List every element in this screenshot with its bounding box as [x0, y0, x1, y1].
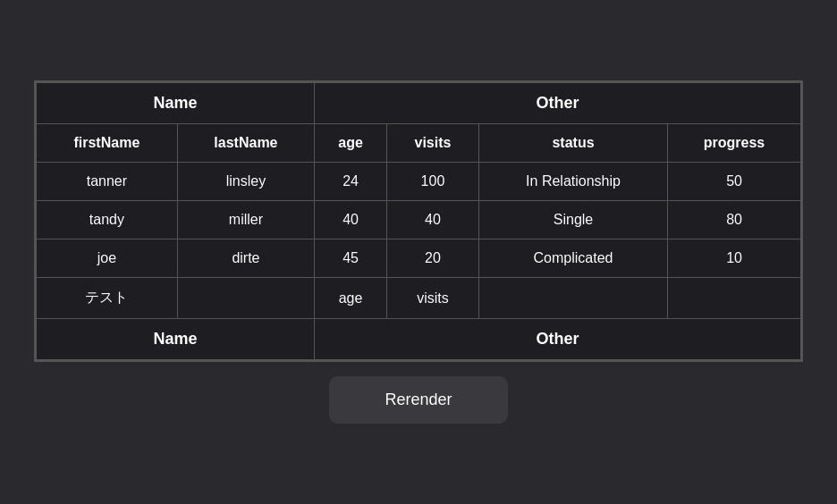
cell-status-0: In Relationship	[478, 163, 667, 201]
cell-age-2: 45	[315, 239, 387, 278]
cell-partial-col6	[668, 278, 801, 319]
other-group-header: Other	[315, 83, 801, 124]
col-header-lastname: lastName	[177, 124, 314, 163]
cell-progress-0: 50	[668, 163, 801, 201]
table-row-partial: テスト age visits	[37, 278, 801, 319]
col-header-firstname: firstName	[37, 124, 178, 163]
cell-partial-col4: visits	[386, 278, 478, 319]
col-header-age: age	[315, 124, 387, 163]
cell-lastname-0: linsley	[177, 163, 314, 201]
cell-visits-1: 40	[386, 201, 478, 239]
cell-firstname-2: joe	[37, 239, 178, 278]
rerender-button[interactable]: Rerender	[329, 376, 508, 424]
table-row: joe dirte 45 20 Complicated 10	[37, 239, 801, 278]
data-table: Name Other firstName lastName age visits…	[36, 82, 801, 360]
cell-lastname-1: miller	[177, 201, 314, 239]
main-table-container: Name Other firstName lastName age visits…	[34, 80, 803, 362]
table-row: tanner linsley 24 100 In Relationship 50	[37, 163, 801, 201]
col-header-progress: progress	[668, 124, 801, 163]
col-header-status: status	[478, 124, 667, 163]
footer-group-header-row: Name Other	[37, 319, 801, 360]
cell-firstname-0: tanner	[37, 163, 178, 201]
group-header-row: Name Other	[37, 83, 801, 124]
cell-firstname-1: tandy	[37, 201, 178, 239]
cell-lastname-2: dirte	[177, 239, 314, 278]
cell-status-1: Single	[478, 201, 667, 239]
cell-age-1: 40	[315, 201, 387, 239]
cell-age-0: 24	[315, 163, 387, 201]
cell-progress-1: 80	[668, 201, 801, 239]
cell-partial-col2	[177, 278, 314, 319]
name-group-header: Name	[37, 83, 315, 124]
table-row: tandy miller 40 40 Single 80	[37, 201, 801, 239]
cell-partial-col1: テスト	[37, 278, 178, 319]
footer-other-group: Other	[315, 319, 801, 360]
cell-progress-2: 10	[668, 239, 801, 278]
cell-partial-col5	[478, 278, 667, 319]
cell-visits-0: 100	[386, 163, 478, 201]
footer-name-group: Name	[37, 319, 315, 360]
col-header-visits: visits	[386, 124, 478, 163]
rerender-container: Rerender	[34, 376, 803, 424]
cell-visits-2: 20	[386, 239, 478, 278]
cell-status-2: Complicated	[478, 239, 667, 278]
cell-partial-col3: age	[315, 278, 387, 319]
sub-header-row: firstName lastName age visits status pro…	[37, 124, 801, 163]
